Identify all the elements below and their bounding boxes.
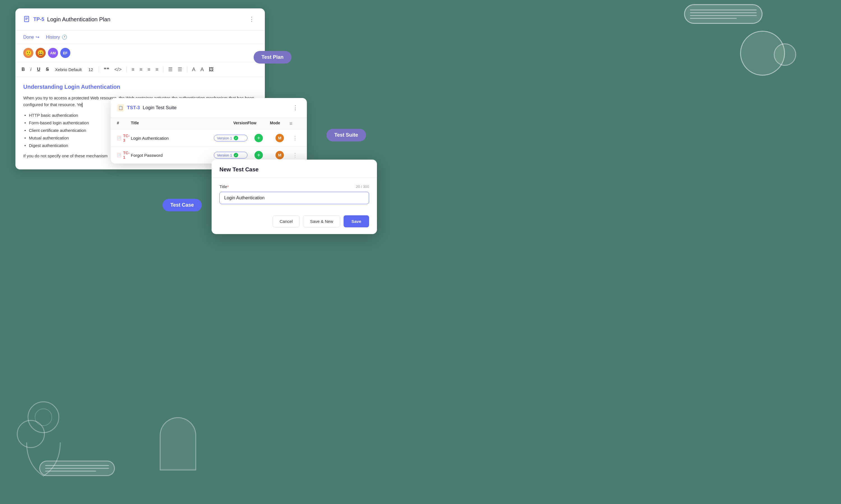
version-badge-1[interactable]: Version 1 ✓ [214, 135, 247, 141]
highlight-icon[interactable]: A [199, 66, 205, 73]
strikethrough-button[interactable]: S [44, 66, 51, 73]
tc-icon-1: 📄 [117, 136, 121, 141]
avatar-row: 🙂 😀 AM EF [15, 44, 265, 62]
col-mode: Mode [270, 121, 290, 127]
ordered-list-icon[interactable]: ☰ [176, 66, 184, 73]
svg-point-0 [28, 402, 59, 433]
avatar-ef: EF [60, 48, 70, 58]
version-check-1: ✓ [234, 136, 238, 140]
test-plan-actions: Done ↪ History 🕐 [15, 31, 265, 44]
field-label: Title* [219, 184, 229, 189]
new-test-case-dialog: New Test Case Title* 20 / 300 Cancel Sav… [211, 160, 377, 234]
version-badge-2[interactable]: Version 1 ✓ [214, 152, 247, 159]
test-plan-id: TP-5 [33, 17, 44, 22]
avatar-am: AM [48, 48, 58, 58]
test-plan-card-header: TP-5 Login Authentication Plan ⋮ [15, 8, 265, 31]
font-selector[interactable]: Xebrio Default [53, 66, 84, 73]
align-justify-icon[interactable]: ≡ [154, 66, 160, 73]
suite-table-header: # Title Version Flow Mode ≡ [111, 118, 307, 130]
mode-badge-2: M [275, 151, 284, 159]
avatar-1: 🙂 [23, 48, 33, 58]
tc-id-2: 📄 TC-1 [117, 151, 131, 160]
col-flow: Flow [247, 121, 270, 127]
dialog-body: Title* 20 / 300 [211, 178, 377, 211]
align-left-icon[interactable]: ≡ [130, 66, 136, 73]
toolbar-sep-4 [187, 66, 187, 73]
row-menu-2[interactable]: ⋮ [290, 152, 301, 158]
bullet-list-icon[interactable]: ☰ [167, 66, 174, 73]
history-icon: 🕐 [62, 34, 67, 40]
field-counter: 20 / 300 [356, 184, 369, 189]
save-button[interactable]: Save [344, 215, 369, 227]
col-title: Title [131, 121, 214, 127]
suite-title: Login Test Suite [143, 105, 176, 111]
tc-id-1: 📄 TC-3 [117, 133, 131, 143]
suite-id: TST-3 [127, 105, 140, 111]
align-center-icon[interactable]: ≡ [138, 66, 144, 73]
toolbar-sep-1 [99, 66, 99, 73]
version-check-2: ✓ [234, 153, 238, 157]
title-input[interactable] [219, 192, 369, 204]
document-icon [23, 16, 31, 23]
tc-title-1: Login Authentication [131, 136, 214, 141]
underline-button[interactable]: U [35, 66, 42, 73]
dialog-header: New Test Case [211, 160, 377, 178]
editor-heading: Understanding Login Authentication [23, 84, 257, 90]
cancel-button[interactable]: Cancel [273, 215, 300, 227]
test-suite-label: Test Suite [326, 129, 366, 141]
tc-title-2: Forgot Password [131, 153, 214, 158]
svg-point-1 [35, 409, 52, 426]
flow-plus-2[interactable]: + [255, 151, 263, 159]
suite-header: 📋 TST-3 Login Test Suite ⋮ [111, 98, 307, 118]
test-plan-menu-button[interactable]: ⋮ [246, 15, 257, 24]
flow-plus-1[interactable]: + [255, 134, 263, 142]
toolbar-sep-3 [163, 66, 164, 73]
mode-badge-1: M [275, 134, 284, 142]
image-icon[interactable]: 🖼 [207, 66, 215, 73]
test-case-label: Test Case [162, 199, 202, 211]
history-button[interactable]: History 🕐 [46, 34, 67, 40]
size-selector[interactable]: 12 [86, 66, 95, 73]
italic-button[interactable]: i [29, 66, 33, 73]
suite-row-1: 📄 TC-3 Login Authentication Version 1 ✓ … [111, 130, 307, 147]
avatar-2: 😀 [36, 48, 46, 58]
dialog-footer: Cancel Save & New Save [211, 211, 377, 234]
code-icon[interactable]: </> [113, 66, 123, 73]
tc-icon-2: 📄 [117, 152, 121, 158]
quote-icon[interactable]: ❝❝ [102, 66, 111, 73]
save-and-new-button[interactable]: Save & New [303, 215, 340, 227]
text-color-icon[interactable]: A [191, 66, 197, 73]
toolbar-sep-2 [126, 66, 127, 73]
test-plan-label: Test Plan [254, 51, 291, 64]
done-button[interactable]: Done ↪ [23, 34, 39, 40]
filter-icon[interactable]: ≡ [290, 121, 301, 127]
bold-button[interactable]: B [20, 66, 27, 73]
test-suite-card: 📋 TST-3 Login Test Suite ⋮ # Title Versi… [111, 98, 307, 163]
done-icon: ↪ [36, 34, 39, 40]
required-marker: * [227, 184, 229, 189]
editor-toolbar: B i U S Xebrio Default 12 ❝❝ </> ≡ ≡ ≡ ≡… [15, 62, 265, 77]
test-plan-title: Login Authentication Plan [47, 16, 110, 23]
suite-icon: 📋 [117, 104, 124, 111]
svg-rect-2 [24, 16, 29, 21]
field-label-row: Title* 20 / 300 [219, 184, 369, 189]
col-version: Version [214, 121, 247, 127]
col-hash: # [117, 121, 131, 127]
row-menu-1[interactable]: ⋮ [290, 135, 301, 141]
suite-menu-button[interactable]: ⋮ [290, 103, 301, 112]
align-right-icon[interactable]: ≡ [146, 66, 152, 73]
